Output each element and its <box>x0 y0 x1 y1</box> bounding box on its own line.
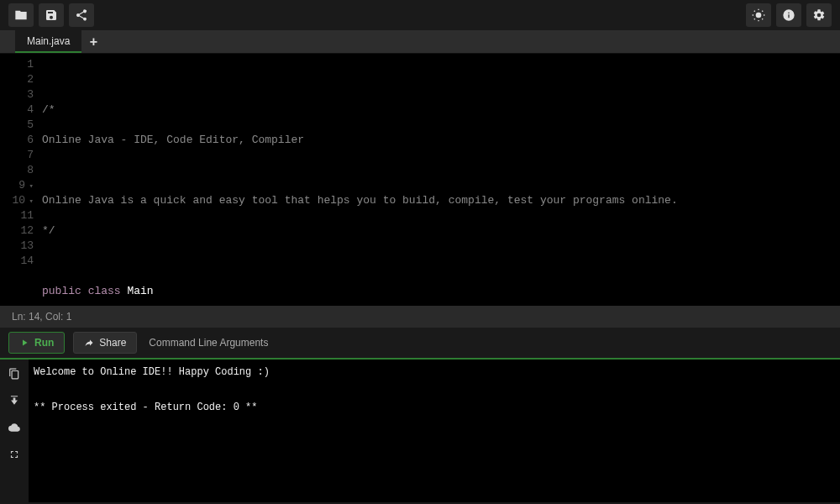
code-content[interactable]: /* Online Java - IDE, Code Editor, Compi… <box>42 54 840 306</box>
save-icon[interactable] <box>39 3 64 27</box>
copy-output-icon[interactable] <box>4 365 24 383</box>
theme-icon[interactable] <box>746 3 771 27</box>
top-toolbar <box>0 0 840 30</box>
svg-line-3 <box>754 11 755 12</box>
cli-args-label: Command Line Arguments <box>149 337 268 349</box>
download-output-icon[interactable] <box>4 391 24 410</box>
share-button[interactable]: Share <box>73 332 137 354</box>
output-tools <box>0 360 29 502</box>
output-text: Welcome to Online IDE!! Happy Coding :) … <box>29 360 840 502</box>
folder-open-icon[interactable] <box>8 3 34 27</box>
svg-line-7 <box>754 18 755 19</box>
info-icon[interactable] <box>776 3 801 27</box>
svg-line-4 <box>762 18 763 19</box>
share-icon[interactable] <box>69 3 94 27</box>
clear-output-icon[interactable] <box>4 418 24 437</box>
tab-main-java[interactable]: Main.java <box>15 30 81 53</box>
toolbar-left <box>8 3 94 27</box>
svg-point-0 <box>756 13 762 18</box>
add-tab-button[interactable]: + <box>81 30 105 53</box>
fullscreen-output-icon[interactable] <box>4 445 24 464</box>
share-button-label: Share <box>99 337 126 349</box>
svg-line-8 <box>762 11 763 12</box>
settings-icon[interactable] <box>806 3 832 27</box>
status-bar: Ln: 14, Col: 1 <box>0 306 840 328</box>
tabs-bar: Main.java + <box>0 30 840 54</box>
cursor-position: Ln: 14, Col: 1 <box>12 311 71 323</box>
code-editor[interactable]: 1 2 3 4 5 6 7 8 9▾ 10▾ 11 12 13 14 /* On… <box>0 54 840 306</box>
action-bar: Run Share Command Line Arguments <box>0 328 840 358</box>
line-gutter: 1 2 3 4 5 6 7 8 9▾ 10▾ 11 12 13 14 <box>0 54 42 306</box>
toolbar-right <box>746 3 832 27</box>
run-button[interactable]: Run <box>8 332 65 354</box>
run-button-label: Run <box>34 337 54 349</box>
output-panel: Welcome to Online IDE!! Happy Coding :) … <box>0 358 840 502</box>
